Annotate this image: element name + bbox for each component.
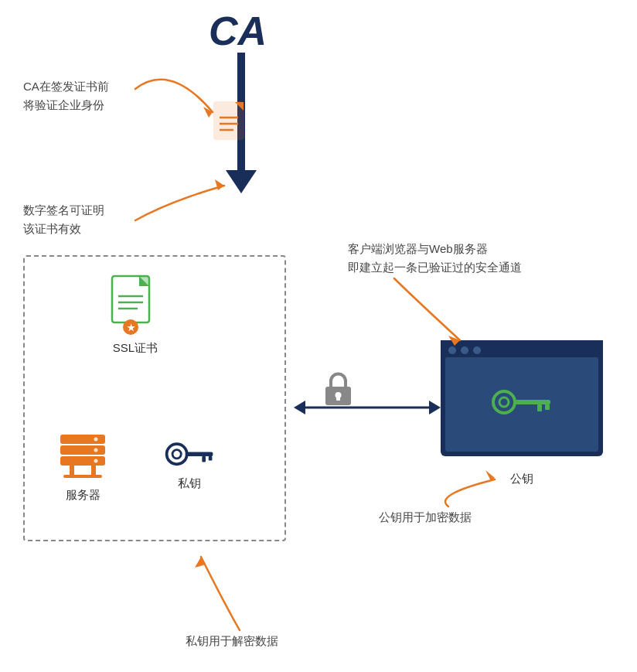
browser-titlebar	[441, 340, 603, 357]
svg-point-21	[94, 459, 98, 463]
lock-area	[321, 370, 356, 408]
browser-box	[441, 340, 603, 456]
annotation-browser-desc: 客户端浏览器与Web服务器 即建立起一条已验证过的安全通道	[348, 240, 522, 277]
annotation-digital-sig: 数字签名可证明 该证书有效	[23, 201, 104, 238]
diagram-container: CA CA在签发证书前 将验证企业身份 数字签名可证明 该证书有效	[0, 0, 637, 672]
svg-point-28	[499, 397, 509, 407]
svg-rect-29	[513, 400, 550, 404]
pubkey-label: 公钥	[483, 472, 560, 486]
document-icon-top	[210, 101, 253, 154]
annotation-privkey-desc: 私钥用于解密数据	[186, 634, 278, 649]
svg-rect-24	[186, 452, 213, 456]
svg-rect-25	[202, 456, 206, 462]
svg-rect-31	[545, 404, 550, 410]
browser-content	[445, 357, 598, 452]
svg-marker-37	[294, 401, 305, 414]
svg-point-23	[172, 450, 181, 459]
server-area: 服务器	[54, 433, 112, 503]
ca-arrow-head	[226, 170, 257, 193]
svg-rect-18	[63, 475, 102, 478]
browser-dot-2	[461, 346, 468, 354]
svg-rect-26	[209, 456, 213, 461]
svg-marker-36	[215, 179, 224, 190]
svg-rect-0	[214, 102, 244, 139]
svg-rect-13	[60, 435, 105, 444]
ssl-cert-area: ★ SSL证书	[108, 275, 162, 356]
browser-dot-3	[473, 346, 481, 354]
svg-rect-17	[91, 466, 96, 476]
privkey-label: 私钥	[178, 476, 201, 491]
browser-dot-1	[448, 346, 456, 354]
server-label: 服务器	[66, 488, 100, 503]
privkey-area: 私钥	[162, 441, 216, 491]
svg-marker-38	[429, 401, 441, 414]
svg-rect-16	[70, 466, 74, 476]
svg-point-27	[493, 391, 515, 413]
ca-title: CA	[209, 8, 267, 54]
svg-point-20	[94, 449, 98, 452]
svg-marker-42	[195, 557, 206, 568]
svg-point-22	[167, 444, 187, 464]
svg-rect-15	[60, 456, 105, 466]
svg-rect-14	[60, 445, 105, 455]
annotation-pubkey-desc: 公钥用于加密数据	[379, 510, 472, 525]
svg-text:★: ★	[127, 322, 135, 333]
svg-rect-30	[537, 404, 542, 411]
svg-rect-34	[336, 396, 340, 401]
svg-point-19	[94, 438, 98, 442]
annotation-ca-verify: CA在签发证书前 将验证企业身份	[23, 77, 109, 114]
ssl-label: SSL证书	[113, 341, 158, 356]
